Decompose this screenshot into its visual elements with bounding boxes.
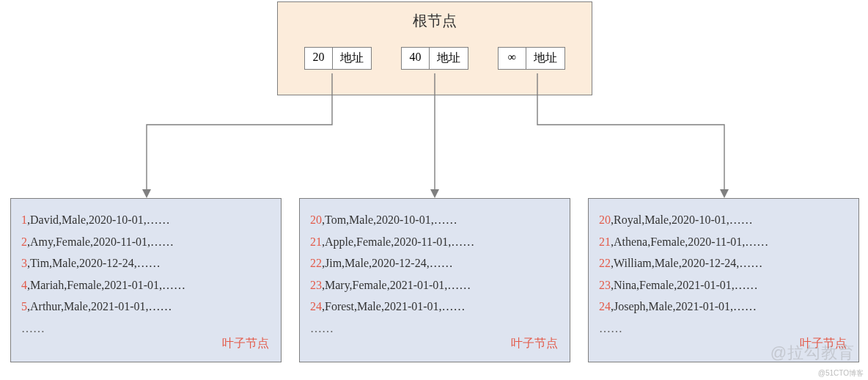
root-node: 根节点 20 地址 40 地址 ∞ 地址: [277, 1, 592, 95]
leaf-row: 5,Arthur,Male,2021-01-01,……: [21, 296, 271, 318]
leaf-row: 3,Tim,Male,2020-12-24,……: [21, 252, 271, 274]
leaf-row: 21,Athena,Female,2020-11-01,……: [599, 231, 848, 253]
row-rest: ,Arthur,Male,2021-01-01,……: [27, 300, 172, 313]
row-index: 22: [310, 257, 322, 269]
leaf-node-2: 20,Royal,Male,2020-10-01,…… 21,Athena,Fe…: [588, 198, 859, 362]
row-rest: ,Tom,Male,2020-10-01,……: [322, 213, 457, 226]
root-title: 根节点: [278, 11, 592, 31]
row-index: 3: [21, 257, 27, 269]
leaf-row: 2,Amy,Female,2020-11-01,……: [21, 231, 271, 253]
watermark-brand: @拉勾教育: [770, 342, 855, 364]
leaf-row: 4,Mariah,Female,2021-01-01,……: [21, 274, 271, 296]
leaf-row: 21,Apple,Female,2020-11-01,……: [310, 231, 559, 253]
leaf-label: 叶子节点: [222, 332, 269, 354]
row-index: 24: [310, 300, 322, 313]
leaf-row: 22,Jim,Male,2020-12-24,……: [310, 252, 559, 274]
root-key-2-value: ∞: [499, 48, 526, 69]
leaf-node-0: 1,David,Male,2020-10-01,…… 2,Amy,Female,…: [10, 198, 282, 362]
row-rest: ,Mary,Female,2021-01-01,……: [322, 279, 471, 291]
root-key-0-addr: 地址: [333, 48, 371, 69]
row-index: 24: [599, 300, 611, 313]
leaf-row: 24,Joseph,Male,2021-01-01,……: [599, 296, 848, 318]
watermark-blog: @51CTO博客: [818, 368, 864, 379]
leaf-row: 20,Tom,Male,2020-10-01,……: [310, 209, 559, 231]
row-index: 2: [21, 235, 27, 248]
svg-marker-0: [142, 189, 151, 198]
root-key-row: 20 地址 40 地址 ∞ 地址: [278, 47, 592, 70]
leaf-row: 23,Nina,Female,2021-01-01,……: [599, 274, 848, 296]
row-index: 22: [599, 257, 611, 269]
row-rest: ,Tim,Male,2020-12-24,……: [27, 257, 161, 269]
row-index: 1: [21, 213, 27, 226]
row-rest: ,Nina,Female,2021-01-01,……: [611, 279, 758, 291]
row-rest: ,David,Male,2020-10-01,……: [27, 213, 170, 226]
row-index: 21: [599, 235, 611, 248]
row-rest: ,Joseph,Male,2021-01-01,……: [611, 300, 757, 313]
row-index: 23: [310, 279, 322, 291]
leaf-node-1: 20,Tom,Male,2020-10-01,…… 21,Apple,Femal…: [299, 198, 570, 362]
root-key-2: ∞ 地址: [498, 47, 565, 70]
row-rest: ,Jim,Male,2020-12-24,……: [322, 257, 453, 269]
root-key-0-value: 20: [305, 48, 333, 69]
row-index: 23: [599, 279, 611, 291]
row-rest: ,Amy,Female,2020-11-01,……: [27, 235, 174, 248]
row-rest: ,Royal,Male,2020-10-01,……: [611, 213, 753, 226]
row-index: 4: [21, 279, 27, 291]
root-key-0: 20 地址: [304, 47, 372, 70]
leaf-row: 20,Royal,Male,2020-10-01,……: [599, 209, 848, 231]
root-key-1-value: 40: [402, 48, 430, 69]
row-index: 5: [21, 300, 27, 313]
root-key-1-addr: 地址: [430, 48, 468, 69]
row-rest: ,William,Male,2020-12-24,……: [611, 257, 762, 269]
row-index: 20: [599, 213, 611, 226]
leaf-label: 叶子节点: [511, 332, 558, 354]
row-rest: ,Athena,Female,2020-11-01,……: [611, 235, 768, 248]
leaf-row: 24,Forest,Male,2021-01-01,……: [310, 296, 559, 318]
leaf-row: 1,David,Male,2020-10-01,……: [21, 209, 271, 231]
row-index: 20: [310, 213, 322, 226]
row-rest: ,Apple,Female,2020-11-01,……: [322, 235, 474, 248]
row-rest: ,Mariah,Female,2021-01-01,……: [27, 279, 185, 291]
svg-marker-2: [720, 189, 729, 198]
leaf-row: 23,Mary,Female,2021-01-01,……: [310, 274, 559, 296]
leaf-row: 22,William,Male,2020-12-24,……: [599, 252, 848, 274]
row-rest: ,Forest,Male,2021-01-01,……: [322, 300, 466, 313]
root-key-1: 40 地址: [401, 47, 468, 70]
svg-marker-1: [430, 189, 439, 198]
row-index: 21: [310, 235, 322, 248]
root-key-2-addr: 地址: [526, 48, 564, 69]
